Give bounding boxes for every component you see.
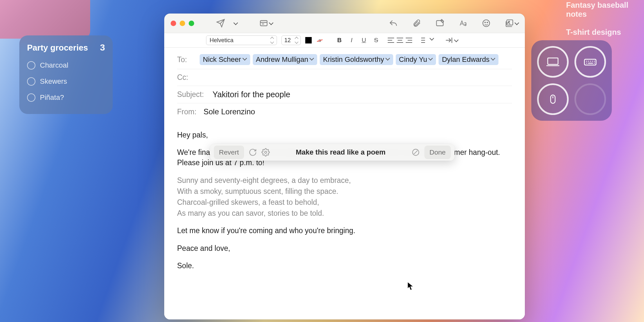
- header-fields-button[interactable]: [259, 19, 273, 28]
- font-size-value: 12: [284, 37, 291, 44]
- from-label: From:: [177, 108, 199, 116]
- cc-row[interactable]: Cc:: [177, 69, 512, 86]
- send-button[interactable]: [216, 19, 225, 28]
- cancel-circle-icon[interactable]: [412, 148, 420, 156]
- to-row[interactable]: To: Nick Scheer Andrew Mulligan Kristin …: [177, 50, 512, 69]
- indent-button[interactable]: [444, 36, 458, 45]
- chevron-down-icon: [429, 58, 433, 62]
- mouse-device-button[interactable]: [537, 83, 569, 115]
- reminders-item-label: Skewers: [40, 77, 67, 86]
- text-color-swatch[interactable]: [305, 37, 312, 43]
- chevron-down-icon: [515, 22, 518, 24]
- body-signoff: Peace and love,: [177, 243, 512, 253]
- emoji-button[interactable]: [482, 19, 491, 28]
- radio-unchecked-icon[interactable]: [27, 77, 35, 86]
- chevron-down-icon: [491, 58, 495, 62]
- notes-item[interactable]: T-shirt designs: [560, 23, 644, 41]
- svg-rect-1: [584, 59, 596, 65]
- svg-rect-10: [551, 95, 555, 103]
- window-traffic-lights: [171, 21, 194, 26]
- svg-rect-12: [260, 21, 267, 26]
- compose-headers: To: Nick Scheer Andrew Mulligan Kristin …: [164, 48, 525, 120]
- italic-button[interactable]: I: [348, 37, 355, 44]
- zoom-window-button[interactable]: [189, 21, 194, 26]
- radio-unchecked-icon[interactable]: [27, 93, 35, 102]
- message-body[interactable]: Hey pals, We're finally settled into the…: [164, 120, 525, 319]
- to-label: To:: [177, 55, 195, 64]
- poem-line: Sunny and seventy-eight degrees, a day t…: [177, 175, 512, 185]
- settings-gear-icon[interactable]: [261, 148, 270, 156]
- reply-button[interactable]: [389, 19, 398, 28]
- format-bar: Helvetica 12 a B I U S: [164, 33, 525, 48]
- from-value[interactable]: Sole Lorenzino: [204, 107, 255, 116]
- svg-point-6: [594, 61, 595, 62]
- markup-button[interactable]: [435, 19, 444, 28]
- refresh-icon[interactable]: [249, 148, 257, 156]
- recipient-chip[interactable]: Kristin Goldsworthy: [320, 54, 393, 65]
- cc-label: Cc:: [177, 73, 195, 82]
- svg-point-5: [592, 61, 593, 62]
- chevron-down-icon: [270, 22, 273, 24]
- radio-unchecked-icon[interactable]: [27, 61, 35, 70]
- from-row[interactable]: From: Sole Lorenzino: [177, 103, 512, 120]
- stepper-icon: [271, 37, 273, 43]
- mail-compose-window: Helvetica 12 a B I U S To:: [164, 14, 525, 319]
- recipient-chip[interactable]: Cindy Yu: [396, 54, 436, 65]
- photo-browser-button[interactable]: [505, 19, 518, 28]
- align-left-button[interactable]: [388, 38, 394, 43]
- underline-button[interactable]: U: [360, 37, 368, 44]
- keyboard-icon: [583, 57, 597, 67]
- reminders-widget[interactable]: Party groceries 3 Charcoal Skewers Piñat…: [19, 35, 113, 114]
- bold-button[interactable]: B: [336, 37, 343, 44]
- svg-point-7: [586, 63, 587, 64]
- svg-point-9: [594, 63, 595, 64]
- reminders-item[interactable]: Charcoal: [27, 57, 105, 73]
- send-options-dropdown[interactable]: [234, 22, 237, 24]
- empty-device-slot: [574, 83, 606, 115]
- minimize-window-button[interactable]: [180, 21, 185, 26]
- subject-value[interactable]: Yakitori for the people: [213, 90, 290, 99]
- laptop-device-button[interactable]: [537, 46, 569, 78]
- align-center-button[interactable]: [397, 38, 403, 43]
- svg-point-3: [588, 61, 589, 62]
- svg-point-17: [485, 22, 485, 23]
- format-button[interactable]: [459, 19, 468, 28]
- strikethrough-button[interactable]: S: [372, 37, 380, 44]
- svg-point-20: [508, 21, 510, 23]
- revert-button[interactable]: Revert: [214, 146, 244, 159]
- svg-rect-0: [548, 58, 558, 64]
- svg-point-22: [265, 151, 267, 154]
- chevron-down-icon: [243, 58, 247, 62]
- reminders-item[interactable]: Skewers: [27, 73, 105, 90]
- done-button[interactable]: Done: [424, 146, 451, 159]
- reminders-title: Party groceries: [27, 43, 88, 53]
- recipient-chip[interactable]: Andrew Mulligan: [253, 54, 317, 65]
- font-size-select[interactable]: 12: [281, 35, 301, 45]
- poem-line: Charcoal-grilled skewers, a feast to beh…: [177, 197, 512, 207]
- recipient-chip[interactable]: Nick Scheer: [200, 54, 250, 65]
- svg-rect-8: [588, 63, 593, 64]
- keyboard-device-button[interactable]: [574, 46, 606, 78]
- mouse-cursor-icon: [407, 282, 414, 291]
- font-select[interactable]: Helvetica: [206, 35, 277, 45]
- chevron-down-icon: [386, 58, 390, 62]
- reminders-item-label: Charcoal: [40, 61, 68, 70]
- notes-item[interactable]: Fantasy baseball notes: [560, 0, 644, 23]
- list-button[interactable]: [421, 38, 428, 43]
- align-right-button[interactable]: [406, 38, 412, 43]
- subject-row[interactable]: Subject: Yakitori for the people: [177, 86, 512, 103]
- svg-point-2: [586, 61, 587, 62]
- background-color-swatch[interactable]: a: [316, 37, 323, 44]
- device-palette-widget[interactable]: [531, 40, 612, 121]
- desktop-photo-fragment: [0, 0, 90, 39]
- ai-rewrite-popover: Revert Make this read like a poem Done: [210, 144, 455, 161]
- body-signature: Sole.: [177, 260, 512, 271]
- reminders-item[interactable]: Piñata?: [27, 90, 105, 106]
- body-poem-block: Sunny and seventy-eight degrees, a day t…: [177, 175, 512, 219]
- chevron-down-icon: [455, 39, 458, 42]
- recipient-chip[interactable]: Dylan Edwards: [439, 54, 498, 65]
- notes-sidebar: Fantasy baseball notes T-shirt designs: [560, 0, 644, 41]
- mouse-icon: [546, 94, 560, 104]
- attach-button[interactable]: [412, 19, 421, 28]
- close-window-button[interactable]: [171, 21, 176, 26]
